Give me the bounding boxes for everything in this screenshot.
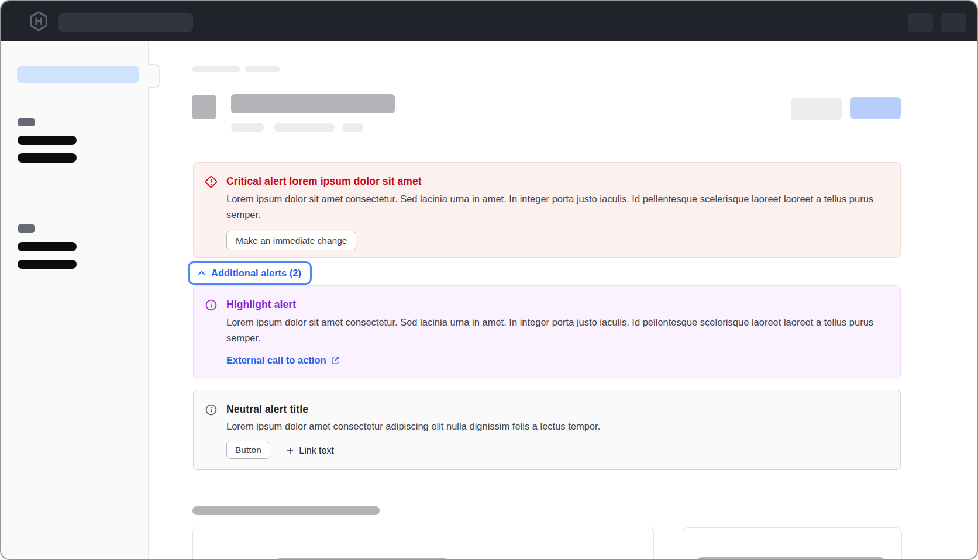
sidebar-collapse-handle[interactable]	[148, 64, 160, 88]
sidebar-item[interactable]	[18, 153, 77, 163]
page-title-placeholder	[231, 94, 395, 113]
secondary-button-placeholder[interactable]	[791, 98, 842, 120]
hashicorp-logo-icon	[28, 11, 49, 32]
neutral-alert-title: Neutral alert title	[226, 403, 886, 416]
sidebar-item[interactable]	[18, 136, 77, 145]
primary-button-placeholder[interactable]	[850, 97, 901, 119]
info-circle-icon	[205, 403, 218, 416]
additional-alerts-toggle[interactable]: Additional alerts (2)	[188, 261, 312, 285]
avatar	[192, 95, 216, 119]
breadcrumb[interactable]	[192, 66, 240, 72]
neutral-alert-banner: Neutral alert title Lorem ipsum dolor am…	[193, 390, 901, 470]
highlight-alert-title: Highlight alert	[226, 298, 886, 311]
external-link-icon	[330, 355, 340, 365]
sidebar-section-label	[18, 224, 35, 233]
card-content-placeholder	[697, 557, 884, 560]
alert-diamond-icon	[205, 175, 218, 188]
neutral-alert-body: Lorem ipsum dolor amet consectetur adipi…	[226, 419, 883, 434]
external-link-label: External call to action	[226, 355, 326, 366]
chevron-up-icon	[197, 269, 206, 278]
highlight-alert-banner: Highlight alert Lorem ipsum dolor sit am…	[193, 285, 901, 379]
sidebar-item[interactable]	[18, 242, 77, 251]
critical-alert-banner: Critical alert lorem ipsum dolor sit ame…	[193, 162, 901, 258]
plus-icon	[285, 446, 295, 455]
highlight-alert-body: Lorem ipsum dolor sit amet consectetur. …	[226, 314, 883, 346]
immediate-change-button[interactable]: Make an immediate change	[226, 231, 356, 250]
additional-alerts-toggle-label: Additional alerts (2)	[211, 268, 301, 279]
section-title-placeholder	[192, 506, 380, 515]
app-window: Critical alert lorem ipsum dolor sit ame…	[0, 0, 978, 560]
add-link-label: Link text	[299, 445, 334, 456]
sidebar-item-active[interactable]	[17, 66, 139, 83]
content-card	[192, 527, 654, 560]
neutral-alert-button[interactable]: Button	[226, 441, 270, 459]
topbar-action-placeholder[interactable]	[908, 13, 933, 32]
topbar-action-placeholder[interactable]	[941, 13, 966, 32]
content-card	[683, 527, 902, 560]
add-link[interactable]: Link text	[285, 445, 334, 456]
page-meta-placeholder	[231, 123, 264, 132]
page-meta-placeholder	[274, 123, 335, 132]
external-call-to-action-link[interactable]: External call to action	[226, 355, 340, 366]
sidebar-section-label	[18, 118, 35, 126]
critical-alert-title: Critical alert lorem ipsum dolor sit ame…	[226, 175, 886, 188]
search-input[interactable]	[58, 13, 193, 32]
critical-alert-body: Lorem ipsum dolor sit amet consectetur. …	[226, 191, 883, 223]
page-meta-placeholder	[342, 123, 363, 132]
top-nav-bar	[1, 1, 978, 41]
sidebar-item[interactable]	[18, 260, 77, 269]
breadcrumb[interactable]	[245, 66, 280, 72]
info-circle-icon	[205, 299, 218, 312]
